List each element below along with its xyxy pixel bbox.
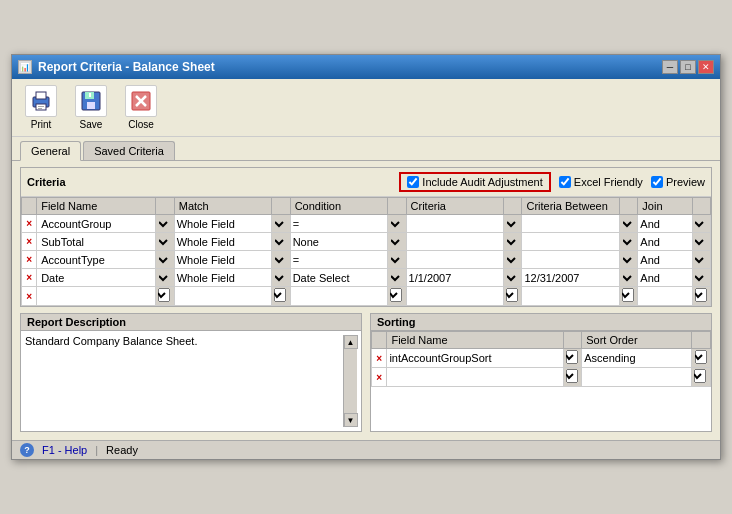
scroll-up-arrow[interactable]: ▲ (344, 335, 358, 349)
delete-criteria-0[interactable]: × (22, 215, 37, 233)
criteria-dd-empty-select[interactable]: ▼ (390, 288, 402, 302)
criteria-between-dropdown-2[interactable]: ▼ (507, 253, 519, 267)
report-description-text[interactable] (25, 335, 343, 427)
tab-saved-criteria[interactable]: Saved Criteria (83, 141, 175, 160)
criteria-between-dd-cell-2[interactable]: ▼ (504, 251, 522, 269)
join-dd-empty[interactable]: ▼ (619, 287, 637, 306)
delete-criteria-1[interactable]: × (22, 233, 37, 251)
maximize-button[interactable]: □ (680, 60, 696, 74)
criteria-between-dropdown-0[interactable]: ▼ (507, 217, 519, 231)
join-end-dd-cell-3[interactable]: ▼ (692, 269, 711, 287)
report-desc-scrollbar[interactable]: ▲ ▼ (343, 335, 357, 427)
join-dd-empty-select[interactable]: ▼ (622, 288, 634, 302)
preview-checkbox[interactable] (651, 176, 663, 188)
join-dd-cell-0[interactable]: ▼ (619, 215, 637, 233)
join-end-dd-empty-select[interactable]: ▼ (695, 288, 707, 302)
join-end-dropdown-0[interactable]: ▼ (695, 217, 707, 231)
criteria-dd-cell-0[interactable]: ▼ (388, 215, 406, 233)
join-dropdown-3[interactable]: ▼ (623, 271, 635, 285)
join-end-dd-cell-0[interactable]: ▼ (692, 215, 711, 233)
match-dd-empty-select[interactable]: ▼ (158, 288, 170, 302)
match-dropdown-3[interactable]: ▼ (159, 271, 171, 285)
match-dd-cell-1[interactable]: ▼ (156, 233, 174, 251)
condition-dd-cell-0[interactable]: ▼ (272, 215, 290, 233)
join-end-dropdown-3[interactable]: ▼ (695, 271, 707, 285)
delete-sort-0[interactable]: × (372, 349, 387, 368)
delete-criteria-2[interactable]: × (22, 251, 37, 269)
delete-criteria-empty[interactable]: × (22, 287, 37, 306)
join-end-dd-empty[interactable]: ▼ (692, 287, 711, 306)
tab-general[interactable]: General (20, 141, 81, 161)
print-button[interactable]: Print (20, 83, 62, 132)
criteria-dropdown-2[interactable]: ▼ (391, 253, 403, 267)
match-dd-cell-3[interactable]: ▼ (156, 269, 174, 287)
criteria-dd-empty[interactable]: ▼ (388, 287, 406, 306)
condition-dropdown-0[interactable]: ▼ (275, 217, 287, 231)
include-audit-checkbox[interactable] (407, 176, 419, 188)
match-dropdown-2[interactable]: ▼ (159, 253, 171, 267)
condition-dropdown-2[interactable]: ▼ (275, 253, 287, 267)
join-end-dd-cell-1[interactable]: ▼ (692, 233, 711, 251)
window-close-button[interactable]: ✕ (698, 60, 714, 74)
scroll-down-arrow[interactable]: ▼ (344, 413, 358, 427)
criteria-section: Criteria Include Audit Adjustment Excel … (20, 167, 712, 307)
criteria-dropdown-3[interactable]: ▼ (391, 271, 403, 285)
help-link[interactable]: F1 - Help (42, 444, 87, 456)
condition-dropdown-1[interactable]: ▼ (275, 235, 287, 249)
sort-fn-dropdown-0[interactable]: ▼ (566, 350, 578, 364)
excel-friendly-checkbox[interactable] (559, 176, 571, 188)
sort-so-dd-empty-select[interactable]: ▼ (694, 369, 706, 383)
join-dropdown-1[interactable]: ▼ (623, 235, 635, 249)
condition-dd-empty[interactable]: ▼ (272, 287, 290, 306)
criteria-between-dd-empty[interactable]: ▼ (504, 287, 522, 306)
match-dd-cell-0[interactable]: ▼ (156, 215, 174, 233)
match-dd-cell-2[interactable]: ▼ (156, 251, 174, 269)
sort-fn-dd-empty[interactable]: ▼ (563, 368, 582, 387)
criteria-between-dd-cell-3[interactable]: ▼ (504, 269, 522, 287)
condition-dd-cell-3[interactable]: ▼ (272, 269, 290, 287)
sort-fn-dd-cell-0[interactable]: ▼ (563, 349, 582, 368)
criteria-dd-cell-2[interactable]: ▼ (388, 251, 406, 269)
criteria-between-dropdown-3[interactable]: ▼ (507, 271, 519, 285)
join-dd-cell-1[interactable]: ▼ (619, 233, 637, 251)
join-dd-cell-3[interactable]: ▼ (619, 269, 637, 287)
criteria-between-dd-cell-0[interactable]: ▼ (504, 215, 522, 233)
join-end-dropdown-2[interactable]: ▼ (695, 253, 707, 267)
condition-dropdown-3[interactable]: ▼ (275, 271, 287, 285)
close-button[interactable]: Close (120, 83, 162, 132)
match-dropdown-1[interactable]: ▼ (159, 235, 171, 249)
criteria-between-cell-3: 12/31/2007 (522, 269, 620, 287)
delete-criteria-3[interactable]: × (22, 269, 37, 287)
excel-friendly-label[interactable]: Excel Friendly (559, 176, 643, 188)
join-dd-cell-2[interactable]: ▼ (619, 251, 637, 269)
sort-col-so-dd (692, 332, 711, 349)
condition-dd-cell-1[interactable]: ▼ (272, 233, 290, 251)
criteria-dropdown-0[interactable]: ▼ (391, 217, 403, 231)
minimize-button[interactable]: ─ (662, 60, 678, 74)
sort-so-dropdown-0[interactable]: ▼ (695, 350, 707, 364)
sort-field-name-cell-0: intAccountGroupSort (387, 349, 563, 368)
preview-label[interactable]: Preview (651, 176, 705, 188)
join-dropdown-2[interactable]: ▼ (623, 253, 635, 267)
criteria-dropdown-1[interactable]: ▼ (391, 235, 403, 249)
criteria-between-dd-empty-select[interactable]: ▼ (506, 288, 518, 302)
condition-dd-cell-2[interactable]: ▼ (272, 251, 290, 269)
criteria-between-dd-cell-1[interactable]: ▼ (504, 233, 522, 251)
join-end-dd-cell-2[interactable]: ▼ (692, 251, 711, 269)
condition-dd-empty-select[interactable]: ▼ (274, 288, 286, 302)
criteria-table-body: × AccountGroup ▼ Whole Field ▼ = ▼ (22, 215, 711, 306)
sort-fn-dd-empty-select[interactable]: ▼ (566, 369, 578, 383)
sort-so-dd-cell-0[interactable]: ▼ (692, 349, 711, 368)
match-dropdown-0[interactable]: ▼ (159, 217, 171, 231)
include-audit-label[interactable]: Include Audit Adjustment (407, 176, 542, 188)
save-button[interactable]: Save (70, 83, 112, 132)
match-dd-empty[interactable]: ▼ (156, 287, 174, 306)
criteria-dd-cell-1[interactable]: ▼ (388, 233, 406, 251)
criteria-between-dropdown-1[interactable]: ▼ (507, 235, 519, 249)
join-end-dropdown-1[interactable]: ▼ (695, 235, 707, 249)
join-dropdown-0[interactable]: ▼ (623, 217, 635, 231)
svg-rect-1 (36, 92, 46, 99)
sort-so-dd-empty[interactable]: ▼ (692, 368, 711, 387)
criteria-dd-cell-3[interactable]: ▼ (388, 269, 406, 287)
delete-sort-empty[interactable]: × (372, 368, 387, 387)
